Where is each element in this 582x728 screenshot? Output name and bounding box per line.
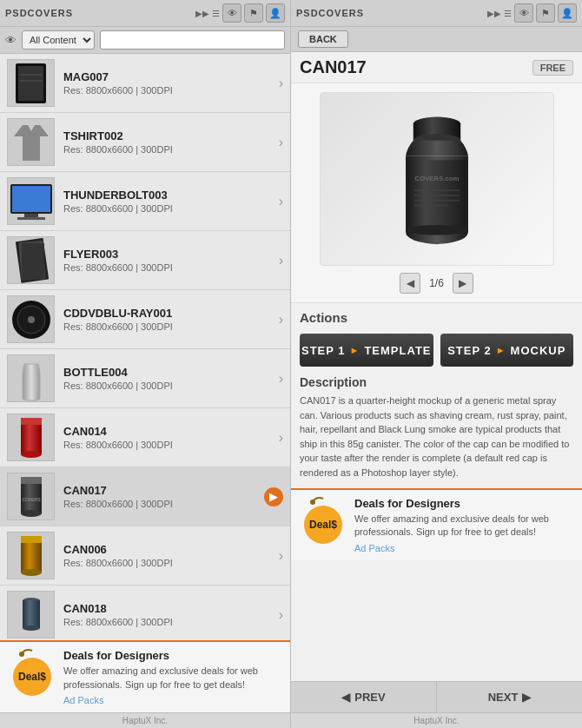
item-arrow[interactable]: › <box>279 607 283 623</box>
item-arrow[interactable]: › <box>279 194 283 209</box>
item-arrow[interactable]: › <box>279 548 283 564</box>
thumb-mag007 <box>7 59 55 107</box>
item-res: Res: 8800x6600 | 300DPI <box>63 85 279 96</box>
item-arrow[interactable]: › <box>279 76 283 91</box>
right-footer: HaptuX Inc. <box>291 712 582 728</box>
right-title-bar: CAN017 FREE <box>291 52 582 83</box>
list-item[interactable]: CAN014 Res: 8800x6600 | 300DPI › <box>0 408 290 467</box>
prev-button[interactable]: ◀ PREV <box>291 682 436 712</box>
left-eye-btn[interactable]: 👁 <box>222 3 241 23</box>
prev-label: PREV <box>354 691 385 704</box>
right-prev-arr[interactable]: ▶▶ <box>487 9 501 18</box>
step1-sub: TEMPLATE <box>364 344 431 357</box>
item-name: CAN018 <box>63 602 279 615</box>
deals-logo-left: Deal$ <box>9 649 56 697</box>
right-menu-arr[interactable]: ☰ <box>504 9 512 18</box>
item-name: CAN006 <box>63 543 279 556</box>
list-item[interactable]: CAN018 Res: 8800x6600 | 300DPI › <box>0 586 290 640</box>
product-can-illustration: COVERS.com <box>389 105 485 253</box>
image-nav: ◀ 1/6 ▶ <box>400 273 473 294</box>
right-user-btn[interactable]: 👤 <box>558 3 577 23</box>
right-back-toolbar: BACK <box>291 27 582 52</box>
deals-title-left: Deals for Designers <box>63 649 281 662</box>
svg-rect-44 <box>413 205 447 207</box>
deals-desc-left: We offer amazing and exclusive deals for… <box>63 665 281 692</box>
eye-icon: 👁 <box>5 34 17 47</box>
svg-text:COVERS: COVERS <box>22 497 41 502</box>
list-item-can017[interactable]: COVERS CAN017 Res: 8800x6600 | 300DPI ▶ <box>0 467 290 526</box>
left-footer: HaptuX Inc. <box>0 712 290 728</box>
thumb-can017: COVERS <box>7 473 55 520</box>
actions-title: Actions <box>291 303 582 328</box>
svg-marker-4 <box>14 125 49 161</box>
search-input[interactable] <box>100 30 285 50</box>
prev-image-btn[interactable]: ◀ <box>400 273 420 294</box>
deals-link-right[interactable]: Ad Packs <box>354 543 573 553</box>
svg-text:COVERS.com: COVERS.com <box>414 175 459 182</box>
list-item[interactable]: THUNDERBOLT003 Res: 8800x6600 | 300DPI › <box>0 172 290 231</box>
left-deals-banner: Deal$ Deals for Designers We offer amazi… <box>0 640 290 712</box>
svg-point-31 <box>23 625 40 631</box>
back-button[interactable]: BACK <box>298 30 348 48</box>
left-menu-arr[interactable]: ☰ <box>212 9 220 18</box>
item-info-bottle004: BOTTLE004 Res: 8800x6600 | 300DPI <box>63 366 279 391</box>
list-item[interactable]: TSHIRT002 Res: 8800x6600 | 300DPI › <box>0 113 290 172</box>
left-bookmark-btn[interactable]: ⚑ <box>244 3 263 23</box>
actions-row: STEP 1 ► TEMPLATE STEP 2 ► MOCKUP <box>291 328 582 372</box>
list-item[interactable]: FLYER003 Res: 8800x6600 | 300DPI › <box>0 231 290 290</box>
next-label: NEXT <box>488 691 519 704</box>
item-name: MAG007 <box>63 70 279 83</box>
right-deals-banner: Deal$ Deals for Designers We offer amazi… <box>291 488 582 560</box>
svg-point-14 <box>28 316 35 323</box>
item-arrow[interactable]: › <box>279 371 283 387</box>
item-arrow[interactable]: › <box>279 430 283 446</box>
thumb-can018 <box>7 591 55 639</box>
svg-rect-11 <box>22 243 44 280</box>
list-item[interactable]: BOTTLE004 Res: 8800x6600 | 300DPI › <box>0 349 290 408</box>
item-name: FLYER003 <box>63 248 279 261</box>
product-title: CAN017 <box>300 57 367 77</box>
item-info-thunderbolt003: THUNDERBOLT003 Res: 8800x6600 | 300DPI <box>63 189 279 214</box>
svg-rect-8 <box>17 217 45 220</box>
item-arrow-active[interactable]: ▶ <box>264 487 283 506</box>
item-arrow[interactable]: › <box>279 253 283 268</box>
item-info-mag007: MAG007 Res: 8800x6600 | 300DPI <box>63 70 279 96</box>
deals-link-left[interactable]: Ad Packs <box>63 695 281 705</box>
item-arrow[interactable]: › <box>279 135 283 150</box>
svg-rect-30 <box>23 600 40 628</box>
right-bottom-nav: ◀ PREV NEXT ▶ <box>291 681 582 712</box>
step2-button[interactable]: STEP 2 ► MOCKUP <box>440 334 574 367</box>
deals-desc-right: We offer amazing and exclusive deals for… <box>354 513 573 539</box>
svg-point-32 <box>19 652 24 657</box>
thumb-flyer003 <box>7 236 55 284</box>
left-user-btn[interactable]: 👤 <box>266 3 285 23</box>
item-arrow[interactable]: › <box>279 312 283 328</box>
item-info-can018: CAN018 Res: 8800x6600 | 300DPI <box>63 602 279 627</box>
product-list: MAG007 Res: 8800x6600 | 300DPI › TSHIRT0… <box>0 54 290 640</box>
step1-button[interactable]: STEP 1 ► TEMPLATE <box>300 334 433 367</box>
right-bookmark-btn[interactable]: ⚑ <box>536 3 555 23</box>
deals-text-left: Deals for Designers We offer amazing and… <box>63 649 281 705</box>
right-eye-btn[interactable]: 👁 <box>514 3 533 23</box>
right-top-bar: PSDCOVERS ▶▶ ☰ 👁 ⚑ 👤 <box>291 0 582 27</box>
next-image-btn[interactable]: ▶ <box>453 273 473 294</box>
actions-section: Actions STEP 1 ► TEMPLATE STEP 2 ► MOCKU… <box>291 303 582 372</box>
list-item[interactable]: CAN006 Res: 8800x6600 | 300DPI › <box>0 526 290 586</box>
list-item[interactable]: CDDVDBLU-RAY001 Res: 8800x6600 | 300DPI … <box>0 290 290 349</box>
right-logo: PSDCOVERS <box>296 8 364 18</box>
next-button[interactable]: NEXT ▶ <box>437 682 582 712</box>
filter-select[interactable]: All Content <box>22 30 95 50</box>
svg-rect-6 <box>12 186 50 212</box>
item-name: CAN017 <box>63 484 264 497</box>
item-info-can017: CAN017 Res: 8800x6600 | 300DPI <box>63 484 264 509</box>
step1-play-icon: ► <box>350 345 360 355</box>
item-res: Res: 8800x6600 | 300DPI <box>63 617 279 627</box>
list-item[interactable]: MAG007 Res: 8800x6600 | 300DPI › <box>0 54 290 113</box>
item-name: TSHIRT002 <box>63 129 279 142</box>
item-name: BOTTLE004 <box>63 366 279 379</box>
item-res: Res: 8800x6600 | 300DPI <box>63 440 279 450</box>
item-info-can014: CAN014 Res: 8800x6600 | 300DPI <box>63 425 279 450</box>
left-prev-arr[interactable]: ▶▶ <box>195 9 209 18</box>
svg-rect-23 <box>21 477 42 484</box>
svg-rect-17 <box>21 421 42 454</box>
